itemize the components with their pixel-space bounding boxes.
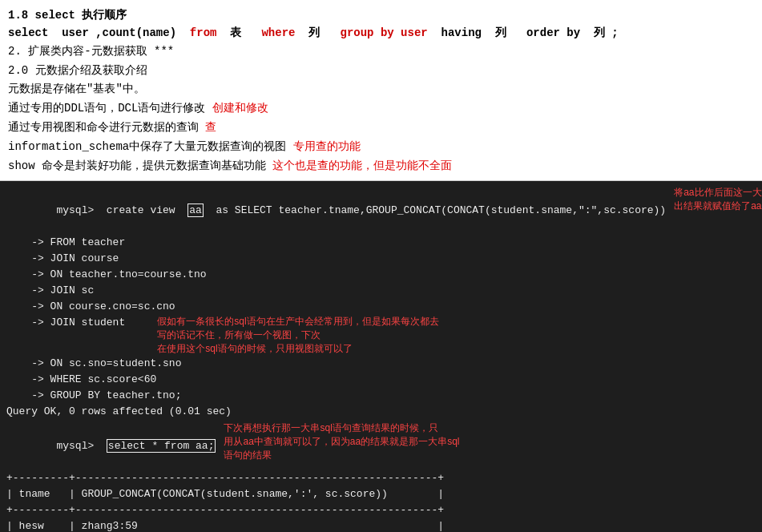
join-course-row: -> JOIN course [6,251,756,267]
show-cmd-line: show 命令是封装好功能，提供元数据查询基础功能 这个也是查的功能，但是功能不… [8,157,754,176]
terminal-section: mysql> create view aa as SELECT teacher.… [0,181,762,532]
join-student-row: -> JOIN student 假如有一条很长的sql语句在生产中会经常用到，但… [6,315,756,355]
from-kw: from [190,26,217,39]
create-view-rest: as SELECT teacher.tname,GROUP_CONCAT(CON… [204,204,666,216]
create-view-row: mysql> create view aa as SELECT teacher.… [6,186,756,234]
on-course-line: -> ON course.cno=sc.cno [6,299,756,315]
section2-subtitle: 2.0 元数据介绍及获取介绍 [8,62,754,81]
sql-text2: 表 [216,26,261,39]
group-by-line: -> GROUP BY teacher.tno; [6,388,756,404]
comment-aa: 将aa比作后面这一大串sql语句，然后将执行这一大串sql语句得出结果就赋值给了… [674,186,762,213]
query-ok-line: Query OK, 0 rows affected (0.01 sec) [6,404,756,420]
on-teacher-line: -> ON teacher.tno=course.tno [6,267,756,283]
special-query-link[interactable]: 专用查的功能 [293,140,361,153]
mysql-prompt1: mysql> create view [56,204,187,216]
join-sc-line: -> JOIN sc [6,283,756,299]
main-wrapper: 1.8 select 执行顺序 select user ,count(name)… [0,0,762,532]
where-kw: where [261,26,295,39]
join-student-line: -> JOIN student [6,315,125,331]
metadata-desc: 元数据是存储在"基表"中。 [8,80,754,99]
comment-select: 下次再想执行那一大串sql语句查询结果的时候，只 用从aa中查询就可以了，因为a… [224,421,459,461]
view-cmd-line: 通过专用视图和命令进行元数据的查询 查 [8,119,754,138]
table-sep1: +---------+-----------------------------… [6,470,756,486]
ddl-text: 通过专用的DDL语句，DCL语句进行修改 [8,102,212,115]
join-course-line: -> JOIN course [6,251,119,267]
from-teacher-line: -> FROM teacher [6,235,756,251]
info-schema-line: information_schema中保存了大量元数据查询的视图 专用查的功能 [8,138,754,157]
mysql-prompt2: mysql> [56,440,106,452]
select-box: select * from aa; [107,439,216,453]
sql-text3: 列 [295,26,340,39]
view-text: 通过专用视图和命令进行元数据的查询 [8,121,205,134]
info-text: information_schema中保存了大量元数据查询的视图 [8,140,293,153]
sql-text4: having 列 order by 列 ; [428,26,619,39]
show-text: show 命令是封装好功能，提供元数据查询基础功能 [8,159,272,172]
ddl-line: 通过专用的DDL语句，DCL语句进行修改 创建和修改 [8,99,754,119]
sql-title-line: 1.8 select 执行顺序 [8,6,754,24]
aa-box: aa [187,204,204,217]
create-view-line: mysql> create view aa as SELECT teacher.… [6,186,666,234]
where-score-line: -> WHERE sc.score<60 [6,372,756,388]
select-aa-line: mysql> select * from aa; [6,421,216,470]
select-aa-row: mysql> select * from aa; 下次再想执行那一大串sql语句… [6,421,756,470]
table-header: | tname | GROUP_CONCAT(CONCAT(student.sn… [6,486,756,502]
query-link[interactable]: 查 [205,121,216,134]
on-sc-line: -> ON sc.sno=student.sno [6,356,756,372]
groupby-kw: group by user [341,26,428,39]
sql-text: select user ,count(name) [8,26,190,39]
top-section: 1.8 select 执行顺序 select user ,count(name)… [0,0,762,181]
comment-view: 假如有一条很长的sql语句在生产中会经常用到，但是如果每次都去写的话记不住，所有… [157,315,446,355]
table-sep2: +---------+-----------------------------… [6,502,756,518]
section2-title: 2. 扩展类内容-元数据获取 *** [8,42,754,62]
create-modify-link[interactable]: 创建和修改 [212,102,268,115]
partial-func-link[interactable]: 这个也是查的功能，但是功能不全面 [272,159,452,172]
table-row1: | hesw | zhang3:59 | [6,518,756,532]
sql-select-line: select user ,count(name) from 表 where 列 … [8,24,754,42]
